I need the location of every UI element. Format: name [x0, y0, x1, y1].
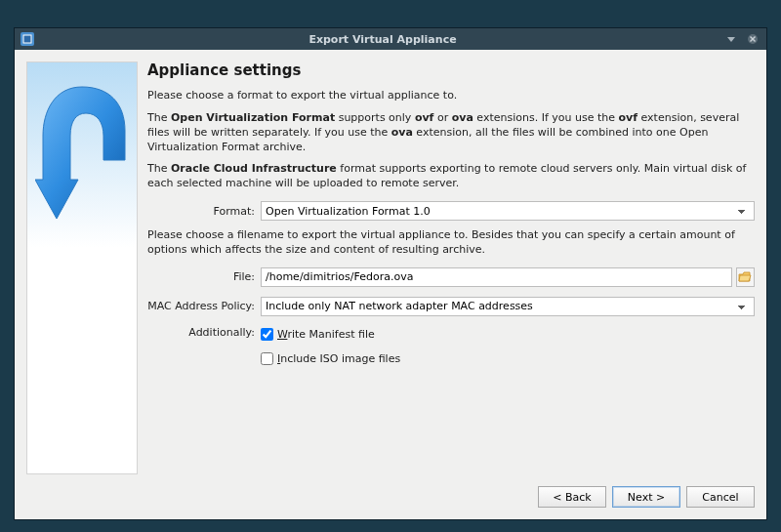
format-label: Format: [147, 205, 255, 218]
close-button[interactable] [745, 31, 760, 47]
include-iso-checkbox-row[interactable]: Include ISO image files [261, 352, 400, 365]
write-manifest-checkbox[interactable] [261, 328, 273, 341]
folder-icon [738, 270, 752, 284]
oci-description: The Oracle Cloud Infrastructure format s… [147, 162, 755, 191]
file-input[interactable] [261, 267, 732, 287]
include-iso-label: Include ISO image files [277, 352, 400, 365]
back-button[interactable]: < Back [538, 486, 606, 508]
format-select[interactable]: Open Virtualization Format 1.0 [261, 201, 755, 221]
additionally-label: Additionally: [147, 326, 255, 339]
wizard-sidebar-image [26, 61, 138, 474]
minimize-button[interactable] [723, 31, 739, 47]
next-button[interactable]: Next > [612, 486, 680, 508]
window-title: Export Virtual Appliance [42, 33, 723, 46]
titlebar: Export Virtual Appliance [15, 28, 766, 50]
svg-rect-0 [23, 35, 31, 43]
page-heading: Appliance settings [147, 61, 755, 79]
arrow-icon [35, 82, 129, 258]
svg-marker-1 [727, 37, 735, 42]
intro-text: Please choose a format to export the vir… [147, 89, 755, 103]
filename-intro: Please choose a filename to export the v… [147, 228, 755, 258]
mac-policy-select[interactable]: Include only NAT network adapter MAC add… [261, 297, 755, 316]
file-label: File: [147, 270, 255, 283]
write-manifest-label: Write Manifest file [277, 328, 375, 341]
button-bar: < Back Next > Cancel [15, 478, 766, 519]
app-icon [21, 32, 34, 46]
mac-policy-label: MAC Address Policy: [147, 300, 255, 312]
write-manifest-checkbox-row[interactable]: Write Manifest file [261, 328, 755, 341]
browse-file-button[interactable] [736, 267, 755, 287]
cancel-button[interactable]: Cancel [686, 486, 755, 508]
export-appliance-dialog: Export Virtual Appliance [14, 27, 767, 520]
dialog-content: Appliance settings Please choose a forma… [15, 50, 766, 519]
include-iso-checkbox[interactable] [261, 352, 273, 365]
ovf-description: The Open Virtualization Format supports … [147, 111, 755, 155]
